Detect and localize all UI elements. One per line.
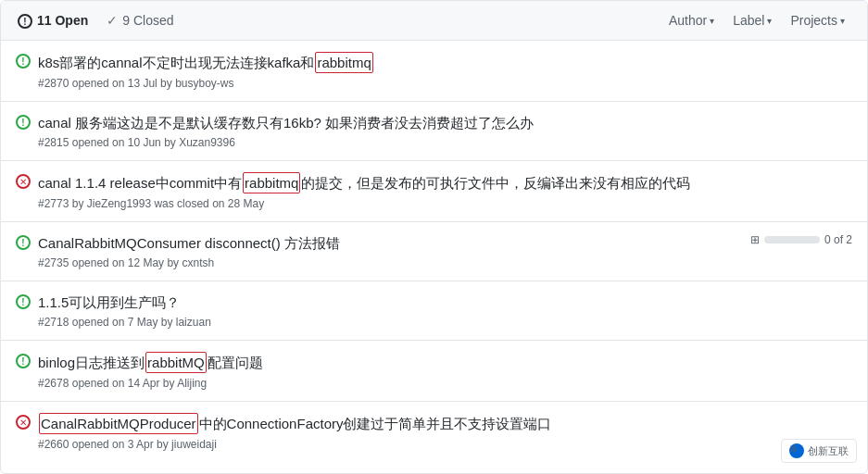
issue-title-link[interactable]: 的提交，但是发布的可执行文件中，反编译出来没有相应的代码 [301, 173, 690, 193]
author-chevron-icon: ▾ [710, 16, 714, 26]
open-icon: ! [18, 14, 32, 29]
label-filter-btn[interactable]: Label ▾ [725, 9, 779, 31]
issue-item: !k8s部署的cannal不定时出现无法连接kafka和rabbitmq#287… [1, 41, 867, 102]
issue-title: canal 1.1.4 release中commit中有rabbitmq的提交，… [38, 172, 852, 193]
issue-content: binlog日志推送到rabbitMQ配置问题#2678 opened on 1… [38, 352, 852, 390]
label-chevron-icon: ▾ [767, 16, 772, 26]
issue-item: !binlog日志推送到rabbitMQ配置问题#2678 opened on … [1, 341, 867, 402]
highlighted-keyword: rabbitmq [243, 172, 300, 193]
issue-content: canal 服务端这边是不是默认缓存数只有16kb? 如果消费者没去消费超过了怎… [38, 113, 852, 149]
open-issue-icon: ! [16, 354, 31, 368]
issue-content: k8s部署的cannal不定时出现无法连接kafka和rabbitmq#2870… [38, 52, 852, 90]
toolbar-left: ! 11 Open ✓ 9 Closed [16, 8, 176, 32]
issues-container: ! 11 Open ✓ 9 Closed Author ▾ Label ▾ Pr… [0, 0, 868, 474]
issue-content: canal 1.1.4 release中commit中有rabbitmq的提交，… [38, 172, 852, 210]
issue-title-link[interactable]: canal 1.1.4 release中commit中有 [38, 173, 242, 193]
watermark-text: 创新互联 [808, 444, 849, 458]
projects-label: Projects [790, 13, 837, 28]
progress-text: 0 of 2 [824, 233, 852, 246]
issue-title-link[interactable]: 配置问题 [208, 353, 263, 372]
label-label: Label [733, 13, 764, 28]
open-issue-icon: ! [16, 54, 31, 69]
issue-item: !canal 服务端这边是不是默认缓存数只有16kb? 如果消费者没去消费超过了… [1, 102, 867, 161]
toolbar-right: Author ▾ Label ▾ Projects ▾ [661, 9, 852, 31]
issue-title-link[interactable]: 1.1.5可以用到生产吗？ [38, 293, 180, 312]
highlighted-keyword: rabbitMQ [145, 352, 207, 373]
open-issue-icon: ! [16, 115, 31, 130]
watermark-logo: ❊ [789, 443, 804, 458]
milestone-icon: ⊞ [750, 233, 760, 246]
issue-title: CanalRabbitMQConsumer disconnect() 方法报错 [38, 233, 743, 253]
issue-item: ✕CanalRabbitMQProducer中的ConnectionFactor… [1, 402, 867, 462]
issues-toolbar: ! 11 Open ✓ 9 Closed Author ▾ Label ▾ Pr… [1, 1, 867, 41]
issue-item: !1.1.5可以用到生产吗？#2718 opened on 7 May by l… [1, 281, 867, 341]
author-filter-btn[interactable]: Author ▾ [661, 9, 722, 31]
issue-content: CanalRabbitMQConsumer disconnect() 方法报错#… [38, 233, 743, 269]
issue-title-link[interactable]: canal 服务端这边是不是默认缓存数只有16kb? 如果消费者没去消费超过了怎… [38, 113, 534, 132]
issue-meta: #2773 by JieZeng1993 was closed on 28 Ma… [38, 197, 852, 210]
issue-content: CanalRabbitMQProducer中的ConnectionFactory… [38, 413, 852, 451]
open-issue-icon: ! [16, 235, 31, 250]
issue-title-link[interactable]: 中的ConnectionFactory创建过于简单并且不支持设置端口 [199, 414, 552, 433]
highlighted-keyword: CanalRabbitMQProducer [39, 413, 198, 434]
issue-right: ⊞0 of 2 [750, 233, 852, 246]
open-issues-btn[interactable]: ! 11 Open [16, 8, 90, 32]
issue-title: canal 服务端这边是不是默认缓存数只有16kb? 如果消费者没去消费超过了怎… [38, 113, 852, 132]
open-count-label: 11 Open [37, 13, 88, 28]
checkmark-icon: ✓ [107, 13, 118, 28]
closed-issue-icon: ✕ [16, 174, 31, 189]
issue-title-link[interactable]: k8s部署的cannal不定时出现无法连接kafka和 [38, 53, 314, 72]
issue-meta: #2815 opened on 10 Jun by Xuzan9396 [38, 136, 852, 149]
closed-issues-btn[interactable]: ✓ 9 Closed [105, 9, 175, 31]
issue-title: CanalRabbitMQProducer中的ConnectionFactory… [38, 413, 852, 434]
issue-content: 1.1.5可以用到生产吗？#2718 opened on 7 May by la… [38, 293, 852, 329]
issue-title: binlog日志推送到rabbitMQ配置问题 [38, 352, 852, 373]
issue-meta: #2718 opened on 7 May by laizuan [38, 316, 852, 329]
issue-title: k8s部署的cannal不定时出现无法连接kafka和rabbitmq [38, 52, 852, 73]
projects-chevron-icon: ▾ [840, 16, 845, 26]
progress-bar [764, 236, 820, 243]
open-issue-icon: ! [16, 294, 31, 309]
issue-meta: #2660 opened on 3 Apr by jiuweidaji [38, 438, 852, 451]
issue-meta: #2678 opened on 14 Apr by Alijing [38, 377, 852, 390]
highlighted-keyword: rabbitmq [315, 52, 372, 73]
issue-item: ✕canal 1.1.4 release中commit中有rabbitmq的提交… [1, 161, 867, 222]
issue-item: !CanalRabbitMQConsumer disconnect() 方法报错… [1, 222, 867, 281]
issue-meta: #2735 opened on 12 May by cxntsh [38, 256, 743, 269]
projects-filter-btn[interactable]: Projects ▾ [783, 9, 852, 31]
issue-meta: #2870 opened on 13 Jul by busyboy-ws [38, 77, 852, 90]
closed-issue-icon: ✕ [16, 415, 31, 430]
issue-title-link[interactable]: CanalRabbitMQConsumer disconnect() 方法报错 [38, 233, 340, 253]
issue-title: 1.1.5可以用到生产吗？ [38, 293, 852, 312]
closed-count-label: 9 Closed [122, 13, 173, 28]
author-label: Author [669, 13, 707, 28]
issue-list: !k8s部署的cannal不定时出现无法连接kafka和rabbitmq#287… [1, 41, 867, 462]
watermark: ❊ 创新互联 [781, 439, 857, 463]
progress-wrap: ⊞0 of 2 [750, 233, 852, 246]
issue-title-link[interactable]: binlog日志推送到 [38, 353, 145, 372]
